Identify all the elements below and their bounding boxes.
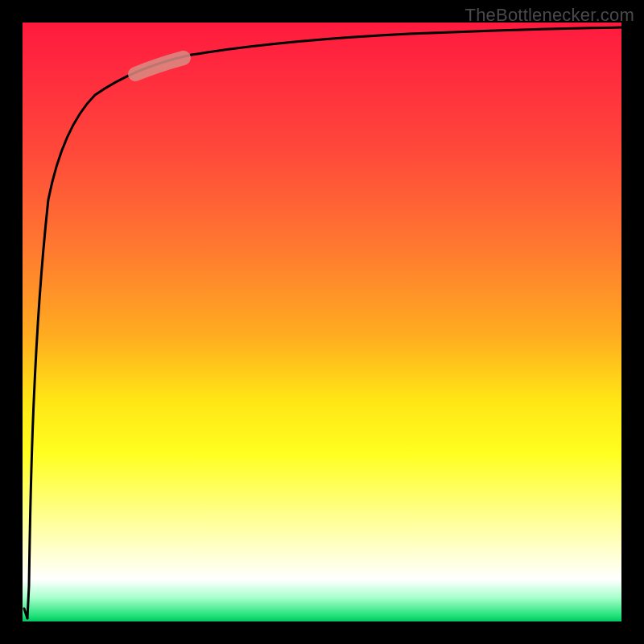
plot-area [23, 23, 621, 621]
attribution-text: TheBottlenecker.com [465, 5, 634, 26]
chart-container: TheBottlenecker.com [0, 0, 644, 644]
